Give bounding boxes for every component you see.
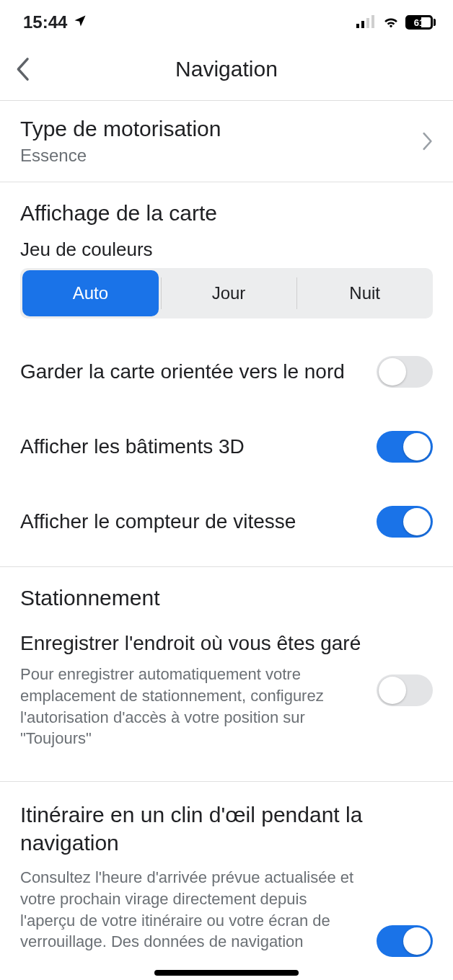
map-display-section: Affichage de la carte Jeu de couleurs Au…: [0, 182, 453, 567]
north-up-label: Garder la carte orientée vers le nord: [20, 359, 362, 385]
buildings-3d-toggle[interactable]: [377, 431, 433, 463]
seg-day[interactable]: Jour: [161, 268, 297, 318]
svg-rect-1: [361, 21, 364, 28]
battery-percent: 61: [414, 17, 424, 28]
north-up-row: Garder la carte orientée vers le nord: [0, 334, 453, 409]
save-parking-toggle[interactable]: [377, 674, 433, 706]
speedometer-label: Afficher le compteur de vitesse: [20, 509, 362, 535]
back-button[interactable]: [14, 57, 30, 81]
parking-header: Stationnement: [0, 567, 453, 615]
svg-rect-3: [371, 15, 374, 28]
save-parking-label: Enregistrer l'endroit où vous êtes garé: [20, 631, 362, 656]
seg-night[interactable]: Nuit: [296, 268, 433, 318]
speedometer-row: Afficher le compteur de vitesse: [0, 484, 453, 559]
nav-header: Navigation: [0, 37, 453, 101]
svg-rect-2: [366, 18, 369, 28]
north-up-toggle[interactable]: [377, 356, 433, 388]
chevron-right-icon: [421, 132, 433, 151]
seg-auto[interactable]: Auto: [22, 270, 159, 316]
color-scheme-segmented: Auto Jour Nuit: [20, 268, 433, 318]
wifi-icon: [382, 12, 400, 32]
engine-type-title: Type de motorisation: [20, 117, 221, 141]
status-right: 61: [356, 12, 436, 32]
save-parking-desc: Pour enregistrer automatiquement votre e…: [20, 664, 362, 749]
engine-type-value: Essence: [20, 146, 221, 166]
status-left: 15:44: [23, 12, 87, 32]
buildings-3d-label: Afficher les bâtiments 3D: [20, 434, 362, 460]
glance-section: Itinéraire en un clin d'œil pendant la n…: [0, 782, 453, 960]
home-indicator[interactable]: [154, 970, 299, 976]
battery-icon: 61: [405, 15, 436, 30]
status-bar: 15:44 61: [0, 0, 453, 37]
parking-section: Stationnement Enregistrer l'endroit où v…: [0, 567, 453, 782]
glance-toggle[interactable]: [377, 925, 433, 957]
glance-desc: Consultez l'heure d'arrivée prévue actua…: [0, 867, 377, 960]
glance-title: Itinéraire en un clin d'œil pendant la n…: [0, 782, 453, 857]
color-scheme-label: Jeu de couleurs: [0, 230, 453, 268]
location-icon: [73, 12, 87, 32]
map-display-header: Affichage de la carte: [0, 182, 453, 230]
buildings-3d-row: Afficher les bâtiments 3D: [0, 409, 453, 484]
cellular-icon: [356, 12, 377, 32]
status-time: 15:44: [23, 12, 67, 32]
speedometer-toggle[interactable]: [377, 506, 433, 538]
svg-rect-0: [356, 24, 359, 28]
page-title: Navigation: [175, 57, 278, 81]
engine-type-row[interactable]: Type de motorisation Essence: [0, 101, 453, 182]
